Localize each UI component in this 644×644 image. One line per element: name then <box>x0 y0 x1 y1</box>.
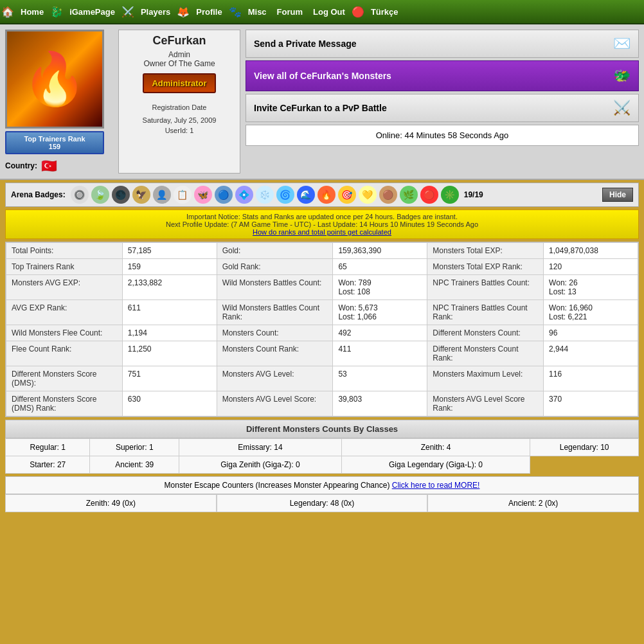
rank-badge: Top Trainers Rank 159 <box>5 131 104 154</box>
classes-section: Regular: 1Superior: 1Emissary: 14Zenith:… <box>5 438 639 474</box>
role1: Admin <box>123 50 236 59</box>
stat-value: 1,194 <box>122 325 217 341</box>
badge-1[interactable]: 🔘 <box>71 186 89 204</box>
class-count-cell: Ancient: 39 <box>90 456 179 474</box>
class-count-cell: Starter: 27 <box>6 456 90 474</box>
send-message-button[interactable]: Send a Private Message ✉️ <box>246 30 639 58</box>
nav-players[interactable]: Players <box>136 0 175 24</box>
escape-zenith-label: Zenith: 49 (0x) <box>86 499 136 508</box>
role2: Owner Of The Game <box>123 59 236 68</box>
badge-6[interactable]: 📋 <box>174 186 192 204</box>
stat-label: NPC Trainers Battles Count: <box>427 275 544 300</box>
nav-language[interactable]: Türkçe <box>366 0 404 24</box>
invite-pvp-label: Invite CeFurkan to a PvP Battle <box>254 103 387 113</box>
pvp-icon: ⚔️ <box>613 100 631 116</box>
badge-13[interactable]: 🔥 <box>318 186 335 204</box>
badge-12[interactable]: 🌊 <box>297 186 315 204</box>
badge-4[interactable]: 🦅 <box>132 186 150 204</box>
badge-count: 19/19 <box>464 190 483 199</box>
flag-icon: 🔴 <box>352 6 364 18</box>
stat-value: 57,185 <box>122 243 217 259</box>
badge-18[interactable]: 🔴 <box>420 186 438 204</box>
stat-value: 116 <box>544 366 638 391</box>
stat-value: 2,133,882 <box>122 275 217 300</box>
rank-label: Top Trainers Rank <box>10 135 99 143</box>
stat-value: 1,049,870,038 <box>544 243 638 259</box>
stat-label: Monsters AVG Level Score: <box>217 391 333 416</box>
badge-14[interactable]: 🎯 <box>338 186 356 204</box>
stat-value: 370 <box>544 391 638 416</box>
escape-link[interactable]: Click here to read MORE! <box>392 481 480 490</box>
stat-label: Different Monsters Count Rank: <box>427 341 544 366</box>
invite-pvp-button[interactable]: Invite CeFurkan to a PvP Battle ⚔️ <box>246 94 639 122</box>
nav-home[interactable]: Home <box>15 0 49 24</box>
class-count-cell: Giga Legendary (Giga-L): 0 <box>341 456 530 474</box>
ranks-link[interactable]: How do ranks and total points get calcul… <box>253 228 391 236</box>
stat-value: 39,803 <box>333 391 427 416</box>
badge-15[interactable]: 💛 <box>359 186 377 204</box>
stat-label: Wild Monsters Battles Count Rank: <box>217 300 333 325</box>
stat-label: Top Trainers Rank <box>6 259 123 275</box>
escape-ancient-label: Ancient: 2 (0x) <box>508 499 558 508</box>
notice-line2: Next Profile Update: (7 AM Game Time - U… <box>11 220 633 228</box>
stat-label: Monsters AVG Level: <box>217 366 333 391</box>
view-monsters-label: View all of CeFurkan's Monsters <box>254 71 391 81</box>
envelope-icon: ✉️ <box>613 35 631 52</box>
escape-legendary-label: Legendary: 48 (0x) <box>290 499 355 508</box>
notice-bar: Important Notice: Stats and Ranks are up… <box>5 210 639 239</box>
badge-10[interactable]: ❄️ <box>256 186 274 204</box>
escape-notice: Monster Escape Counters (Increases Monst… <box>5 476 639 494</box>
badge-9[interactable]: 💠 <box>235 186 253 204</box>
admin-badge: Administrator <box>143 73 215 93</box>
badge-16[interactable]: 🟤 <box>379 186 397 204</box>
stat-label: Different Monsters Count: <box>427 325 544 341</box>
escape-legendary: Legendary: 48 (0x) <box>217 494 428 512</box>
nav-logout[interactable]: Log Out <box>308 0 350 24</box>
nav-profile[interactable]: Profile <box>191 0 227 24</box>
country-label: Country: <box>5 161 37 170</box>
badge-19[interactable]: ✳️ <box>441 186 459 204</box>
nav-forum[interactable]: Forum <box>272 0 308 24</box>
badge-8[interactable]: 🔵 <box>215 186 233 204</box>
monster-icon: 🐲 <box>613 67 631 84</box>
stat-label: Monsters AVG EXP: <box>6 275 123 300</box>
online-status: Online: 44 Minutes 58 Seconds Ago <box>246 125 639 146</box>
view-monsters-button[interactable]: View all of CeFurkan's Monsters 🐲 <box>246 60 639 91</box>
escape-text: Monster Escape Counters (Increases Monst… <box>165 481 390 490</box>
stats-section: Total Points:57,185Gold:159,363,390Monst… <box>5 242 639 417</box>
badge-17[interactable]: 🌿 <box>400 186 418 204</box>
stat-value: 96 <box>544 325 638 341</box>
arena-badges-row: Arena Badges: 🔘 🍃 🌑 🦅 👤 📋 🦋 🔵 💠 ❄️ 🌀 🌊 🔥… <box>5 183 639 207</box>
profile-nav-icon: 🦊 <box>177 6 190 18</box>
stat-label: AVG EXP Rank: <box>6 300 123 325</box>
notice-line1: Important Notice: Stats and Ranks are up… <box>11 213 633 220</box>
nav-misc[interactable]: Misc <box>243 0 272 24</box>
players-icon: ⚔️ <box>121 6 134 18</box>
user-info-box: CeFurkan Admin Owner Of The Game Adminis… <box>118 30 240 174</box>
stat-label: Wild Monsters Flee Count: <box>6 325 123 341</box>
country-row: Country: 🇹🇷 <box>5 158 113 174</box>
stat-label: Different Monsters Score (DMS): <box>6 366 123 391</box>
hide-badges-button[interactable]: Hide <box>602 188 633 202</box>
class-count-cell: Emissary: 14 <box>179 439 342 456</box>
stat-value: 751 <box>122 366 217 391</box>
stat-label: Gold Rank: <box>217 259 333 275</box>
badge-2[interactable]: 🍃 <box>91 186 109 204</box>
stat-label: Different Monsters Score (DMS) Rank: <box>6 391 123 416</box>
badge-7[interactable]: 🦋 <box>194 186 212 204</box>
stat-label: Monsters Total EXP: <box>427 243 544 259</box>
send-message-label: Send a Private Message <box>254 39 357 49</box>
stat-value: 65 <box>333 259 427 275</box>
avatar: 🔥 <box>5 30 104 129</box>
badge-5[interactable]: 👤 <box>153 186 171 204</box>
badge-11[interactable]: 🌀 <box>276 186 294 204</box>
stat-value: Won: 16,960 Lost: 6,221 <box>544 300 638 325</box>
userid-value: 1 <box>190 127 193 134</box>
userid-label: UserId: <box>165 127 188 134</box>
stat-label: Gold: <box>217 243 333 259</box>
stat-value: 411 <box>333 341 427 366</box>
nav-igamepage[interactable]: iGamePage <box>64 0 120 24</box>
stat-value: 2,944 <box>544 341 638 366</box>
escape-counts-row: Zenith: 49 (0x) Legendary: 48 (0x) Ancie… <box>5 494 639 512</box>
badge-3[interactable]: 🌑 <box>112 186 130 204</box>
